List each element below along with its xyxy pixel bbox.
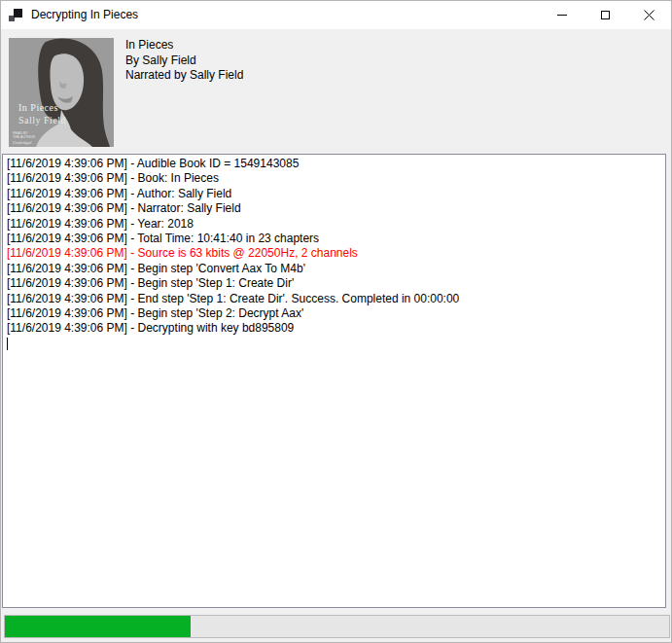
cover-author-text: Sally Field	[18, 115, 66, 125]
close-button[interactable]	[627, 1, 671, 29]
log-line: [11/6/2019 4:39:06 PM] - Begin step 'Ste…	[7, 276, 661, 291]
progress-fill	[5, 616, 191, 637]
log-line: [11/6/2019 4:39:06 PM] - Narrator: Sally…	[7, 201, 661, 216]
cover-readby-line2: THE AUTHOR	[13, 135, 36, 139]
log-line: [11/6/2019 4:39:06 PM] - Source is 63 kb…	[7, 246, 661, 261]
text-caret	[7, 338, 8, 350]
app-icon[interactable]	[9, 8, 24, 23]
title-bar[interactable]: Decrypting In Pieces	[1, 1, 671, 29]
maximize-icon	[601, 11, 610, 19]
log-line: [11/6/2019 4:39:06 PM] - Book: In Pieces	[7, 171, 661, 186]
cover-title-text: In Pieces	[18, 102, 58, 113]
log-line: [11/6/2019 4:39:06 PM] - End step 'Step …	[7, 292, 661, 306]
cover-edition-text: Unabridged	[13, 140, 32, 145]
log-line: [11/6/2019 4:39:06 PM] - Audible Book ID…	[7, 157, 661, 171]
maximize-button[interactable]	[584, 1, 627, 29]
cover-portrait: In Pieces Sally Field READ BY THE AUTHOR…	[9, 38, 114, 147]
log-line: [11/6/2019 4:39:06 PM] - Author: Sally F…	[7, 187, 661, 201]
book-title: In Pieces	[125, 38, 243, 54]
book-info: In Pieces By Sally Field Narrated by Sal…	[125, 38, 243, 84]
minimize-icon	[557, 15, 567, 16]
log-line: [11/6/2019 4:39:06 PM] - Total Time: 10:…	[7, 232, 661, 246]
window-title: Decrypting In Pieces	[31, 1, 138, 29]
log-line: [11/6/2019 4:39:06 PM] - Begin step 'Ste…	[7, 306, 661, 321]
book-cover-art: In Pieces Sally Field READ BY THE AUTHOR…	[9, 38, 114, 147]
log-textbox[interactable]: [11/6/2019 4:39:06 PM] - Audible Book ID…	[2, 154, 666, 608]
book-author: By Sally Field	[125, 54, 243, 69]
progress-bar	[4, 615, 670, 638]
app-icon-square-big	[14, 9, 22, 18]
log-line: [11/6/2019 4:39:06 PM] - Begin step 'Con…	[7, 262, 661, 276]
app-window: Decrypting In Pieces	[0, 0, 672, 643]
log-line: [11/6/2019 4:39:06 PM] - Year: 2018	[7, 217, 661, 232]
close-icon	[644, 10, 654, 20]
log-line: [11/6/2019 4:39:06 PM] - Decrypting with…	[7, 321, 661, 336]
minimize-button[interactable]	[540, 1, 584, 29]
book-narrator: Narrated by Sally Field	[125, 68, 243, 84]
